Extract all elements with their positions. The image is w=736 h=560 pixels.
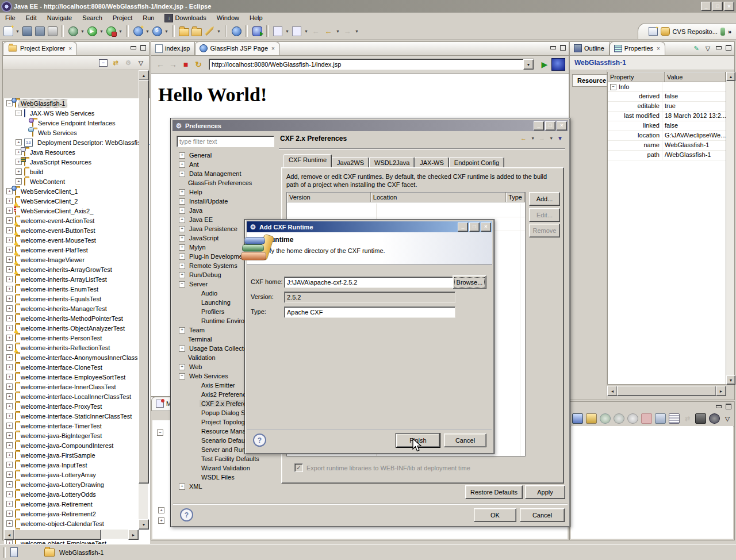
- tree-item[interactable]: +welcome-interface-LocalInnerClassTest: [4, 392, 150, 401]
- scroll-up-icon[interactable]: ▲: [139, 70, 149, 80]
- web-browser-button[interactable]: [231, 25, 242, 37]
- open-perspective-icon[interactable]: [649, 27, 658, 36]
- column-header-property[interactable]: Property: [608, 72, 665, 82]
- dialog-minimize-button[interactable]: _: [458, 223, 468, 232]
- expander-icon[interactable]: +: [6, 423, 13, 429]
- maximize-editor-button[interactable]: [559, 44, 566, 51]
- expander-icon[interactable]: +: [6, 266, 13, 273]
- tree-item[interactable]: +3.0Deployment Descriptor: WebGlassfish-…: [4, 137, 150, 147]
- browser-back-button[interactable]: ←: [155, 59, 166, 70]
- minimize-view-button[interactable]: [715, 44, 722, 51]
- pref-tree-item[interactable]: +General: [177, 151, 275, 160]
- browse-button[interactable]: Browse...: [453, 275, 486, 289]
- url-input[interactable]: http://localhost:8080/WebGlassfish-1/ind…: [209, 60, 523, 69]
- dialog-maximize-button[interactable]: □: [469, 223, 480, 232]
- pref-back-dropdown[interactable]: ▼: [530, 136, 535, 140]
- pref-forward-dropdown[interactable]: ▼: [549, 136, 554, 140]
- maximize-view-button[interactable]: [724, 44, 732, 51]
- tree-item[interactable]: +welcome-inherits-ObjectAnalyzerTest: [4, 323, 150, 333]
- expander-icon[interactable]: +: [179, 226, 185, 232]
- menu-search[interactable]: Search: [77, 13, 108, 22]
- expander-icon[interactable]: +: [158, 517, 164, 524]
- debug-button[interactable]: [67, 25, 79, 37]
- expander-icon[interactable]: +: [179, 189, 185, 195]
- pref-view-menu[interactable]: ▼: [557, 135, 563, 141]
- pref-tree-item[interactable]: +Install/Update: [177, 197, 275, 206]
- remove-launches-icon[interactable]: [655, 413, 666, 424]
- expander-icon[interactable]: +: [16, 178, 22, 185]
- tree-item[interactable]: +welcome-java-Retirement: [4, 499, 150, 509]
- expander-icon[interactable]: −: [179, 373, 185, 379]
- mark-occurrences-dropdown[interactable]: ▼: [216, 29, 221, 33]
- expander-icon[interactable]: +: [6, 276, 13, 282]
- tab-outline[interactable]: Outline: [570, 42, 610, 55]
- scroll-down-icon[interactable]: ▼: [726, 375, 735, 385]
- tree-item[interactable]: +welcome-java-InputTest: [4, 460, 150, 470]
- expander-icon[interactable]: +: [6, 511, 13, 517]
- expander-icon[interactable]: +: [6, 227, 13, 233]
- cancel-button[interactable]: Cancel: [520, 508, 565, 522]
- tree-item[interactable]: +welcome-ImageViewer: [4, 255, 150, 264]
- new-web-service-button[interactable]: [132, 25, 144, 37]
- tree-item[interactable]: +welcome-interface-AnonymousInnerClass: [4, 352, 150, 362]
- menu-help[interactable]: Help: [244, 13, 268, 22]
- tree-item[interactable]: +welcome-interface-EmployeeSortTest: [4, 372, 150, 382]
- dialog-close-button[interactable]: ×: [481, 223, 491, 232]
- tree-item[interactable]: +welcome-inherits-ArrayGrowTest: [4, 264, 150, 274]
- pin-console-icon[interactable]: ⇄: [683, 414, 692, 423]
- cancel-button[interactable]: Cancel: [444, 434, 486, 447]
- expander-icon[interactable]: +: [6, 452, 13, 458]
- remove-runtime-button[interactable]: Remove: [529, 224, 560, 237]
- scroll-right-icon[interactable]: ►: [128, 530, 139, 540]
- tree-item[interactable]: +welcome-interface-ProxyTest: [4, 401, 150, 411]
- tree-item[interactable]: −JAX-WS Web Services: [4, 108, 150, 118]
- expander-icon[interactable]: +: [6, 315, 13, 321]
- cxf-home-input[interactable]: J:\JAVA\apache-cxf-2.5.2: [284, 277, 455, 288]
- tree-item[interactable]: +WebServiceClient_Axis2_: [4, 206, 150, 216]
- scroll-left-icon[interactable]: ◄: [4, 530, 14, 540]
- tree-item[interactable]: +welcome-inherits-EnumTest: [4, 284, 150, 294]
- new-wizard-button[interactable]: [2, 25, 14, 37]
- external-browser-button[interactable]: [551, 58, 565, 71]
- pref-tree-item[interactable]: +Help: [177, 187, 275, 197]
- print-button[interactable]: [47, 25, 58, 37]
- property-row[interactable]: last modified18 March 2012 13:2...: [608, 112, 726, 121]
- properties-hscrollbar[interactable]: ◄ ►: [607, 386, 726, 395]
- browser-go-button[interactable]: ▶: [539, 59, 550, 70]
- expander-icon[interactable]: +: [6, 247, 13, 253]
- menu-downloads[interactable]: ↓Downloads: [159, 13, 211, 24]
- add-runtime-button[interactable]: Add...: [529, 192, 560, 206]
- project-tree-hscrollbar[interactable]: ◄ ►: [4, 530, 139, 539]
- pref-tree-item[interactable]: WSDL Files: [177, 473, 275, 482]
- new-ws-client-button[interactable]: [151, 25, 163, 37]
- tree-item[interactable]: +welcome-inherits-MethodPointerTest: [4, 313, 150, 323]
- scroll-right-icon[interactable]: ►: [716, 386, 726, 396]
- expander-icon[interactable]: +: [158, 507, 164, 513]
- minimize-view-button[interactable]: [129, 44, 137, 51]
- close-icon[interactable]: ×: [271, 45, 275, 52]
- tab-endpoint-config[interactable]: Endpoint Config: [449, 157, 504, 168]
- tree-item[interactable]: +welcome-inherits-ManagerTest: [4, 304, 150, 313]
- tab-resource[interactable]: Resource: [572, 74, 607, 87]
- forward-history-button[interactable]: →: [342, 25, 353, 37]
- run-last-dropdown[interactable]: ▼: [118, 29, 123, 33]
- view-menu-button[interactable]: ▽: [136, 59, 145, 67]
- expander-icon[interactable]: +: [6, 256, 13, 263]
- expander-icon[interactable]: −: [179, 281, 185, 287]
- expander-icon[interactable]: −: [610, 84, 616, 90]
- expander-icon[interactable]: +: [6, 344, 13, 351]
- tree-item[interactable]: +welcome-inherits-ReflectionTest: [4, 343, 150, 352]
- tree-item[interactable]: +JavaScript Resources: [4, 157, 150, 167]
- property-row[interactable]: derivedfalse: [608, 92, 726, 102]
- scroll-down-icon[interactable]: ▼: [139, 519, 149, 530]
- dialog-minimize-button[interactable]: _: [534, 121, 544, 131]
- tree-item[interactable]: +welcome-inherits-EqualsTest: [4, 294, 150, 304]
- minimize-editor-button[interactable]: [549, 44, 557, 51]
- maximize-view-button[interactable]: [724, 403, 732, 410]
- expander-icon[interactable]: +: [179, 346, 185, 352]
- expander-icon[interactable]: +: [179, 217, 185, 223]
- tree-item[interactable]: Web Services: [4, 128, 150, 137]
- project-tree-vscrollbar[interactable]: ▲ ▼: [139, 70, 148, 530]
- tree-item[interactable]: Service Endpoint Interfaces: [4, 118, 150, 128]
- tree-item[interactable]: +build: [4, 167, 150, 177]
